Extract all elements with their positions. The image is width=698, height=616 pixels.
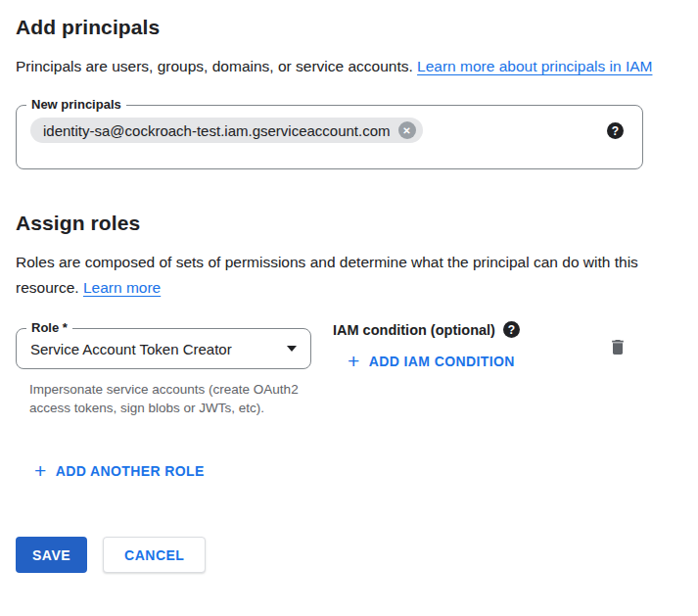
role-helper-text: Impersonate service accounts (create OAu… [29,380,303,417]
new-principals-help-icon[interactable]: ? [607,122,624,139]
intro-text: Principals are users, groups, domains, o… [16,54,654,79]
add-principals-panel: Add principals Principals are users, gro… [0,0,698,616]
role-selected-value: Service Account Token Creator [30,341,279,357]
plus-icon: + [34,462,47,480]
intro-text-body: Principals are users, groups, domains, o… [16,58,413,74]
learn-more-roles-link[interactable]: Learn more [83,279,161,296]
page-title: Add principals [16,16,682,39]
action-bar: SAVE CANCEL [16,537,682,573]
principal-chip-value: identity-sa@cockroach-test.iam.gservicea… [43,122,391,139]
new-principals-field[interactable]: New principals identity-sa@cockroach-tes… [16,105,643,169]
save-button[interactable]: SAVE [16,537,87,573]
trash-icon [608,337,628,357]
plus-icon: + [348,353,360,370]
iam-condition-help-icon[interactable]: ? [503,321,520,338]
principal-chip: identity-sa@cockroach-test.iam.gservicea… [30,118,423,143]
delete-role-button[interactable] [608,337,628,357]
learn-more-principals-link[interactable]: Learn more about principals in IAM [417,58,652,74]
role-row: Role * Service Account Token Creator Imp… [16,328,682,417]
iam-condition-column: IAM condition (optional) ? + ADD IAM CON… [333,321,608,372]
chip-remove-close-icon[interactable]: ✕ [398,121,416,139]
add-another-role-label: ADD ANOTHER ROLE [56,463,205,479]
role-column: Role * Service Account Token Creator Imp… [16,328,311,417]
role-select[interactable]: Role * Service Account Token Creator [16,328,311,369]
new-principals-label: New principals [26,97,126,113]
add-iam-condition-label: ADD IAM CONDITION [369,354,515,369]
assign-roles-title: Assign roles [16,212,682,235]
add-iam-condition-button[interactable]: + ADD IAM CONDITION [348,353,515,370]
role-label: Role * [26,320,72,336]
dropdown-arrow-icon [287,346,297,352]
iam-condition-label: IAM condition (optional) [333,322,495,338]
cancel-button[interactable]: CANCEL [103,537,206,573]
assign-roles-description: Roles are composed of sets of permission… [16,250,654,301]
add-another-role-button[interactable]: + ADD ANOTHER ROLE [34,462,205,480]
